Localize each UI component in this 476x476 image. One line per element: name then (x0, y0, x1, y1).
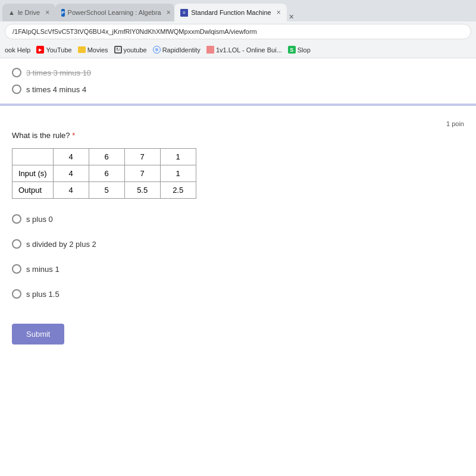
address-bar-area: /1FAIpQLScVfSvC5T3tVQ6BU4x_jKmfRlY0NdKhX… (0, 21, 476, 42)
top-options-area: 3 times 3 minus 10 s times 4 minus 4 (0, 58, 476, 104)
tab-standard-label: Standard Function Machine (191, 9, 271, 16)
opt2-label: s divided by 2 plus 2 (26, 240, 96, 249)
bookmark-youtube2[interactable]: ↻ youtube (114, 46, 147, 54)
1v1lol-label: 1v1.LOL - Online Bui... (216, 46, 282, 54)
form-area: 3 times 3 minus 10 s times 4 minus 4 1 p… (0, 58, 476, 476)
address-text: /1FAIpQLScVfSvC5T3tVQ6BU4x_jKmfRlY0NdKhX… (12, 28, 257, 35)
question-label: What is the rule? (12, 131, 70, 140)
table-header-7: 7 (124, 149, 160, 165)
table-header-6: 6 (89, 149, 124, 165)
tab-drive[interactable]: ▲ le Drive × (2, 4, 55, 21)
table-input-7: 7 (124, 165, 160, 182)
answer-choices: s plus 0 s divided by 2 plus 2 s minus 1… (12, 211, 464, 302)
youtube-icon: ▶ (36, 46, 44, 54)
table-cell-empty (12, 149, 54, 165)
rapididentity-label: RapidIdentity (162, 46, 201, 54)
table-output-4: 4 (53, 182, 89, 199)
option-row-top: s times 4 minus 4 (12, 81, 464, 98)
radio-opt1[interactable] (12, 214, 21, 224)
standard-icon: ≡ (180, 9, 188, 17)
required-star: * (72, 131, 75, 140)
youtube-label: YouTube (46, 46, 71, 54)
radio-top[interactable] (12, 84, 21, 94)
browser-window: ▲ le Drive × P PowerSchool Learning : Al… (0, 0, 476, 476)
table-output-25: 2.5 (160, 182, 196, 199)
tab-powerschool-close[interactable]: × (167, 8, 171, 17)
opt4-label: s plus 1.5 (26, 290, 60, 299)
table-output-55: 5.5 (124, 182, 160, 199)
tab-drive-label: le Drive (18, 9, 40, 16)
table-input-6: 6 (89, 165, 124, 182)
refresh-icon: ↻ (114, 46, 122, 54)
radio-opt3[interactable] (12, 264, 21, 274)
tab-bar: ▲ le Drive × P PowerSchool Learning : Al… (0, 0, 476, 21)
tab-standard-close[interactable]: × (277, 8, 281, 17)
tab-powerschool-label: PowerSchool Learning : Algebra (68, 9, 161, 16)
table-input-1: 1 (160, 165, 196, 182)
img-icon (206, 46, 214, 54)
tab-powerschool[interactable]: P PowerSchool Learning : Algebra × (55, 4, 174, 21)
book-help-label: ook Help (5, 46, 30, 54)
powerschool-icon: P (61, 9, 64, 17)
opt3-label: s minus 1 (26, 265, 60, 274)
divider (0, 104, 476, 106)
radio-opt2[interactable] (12, 239, 21, 249)
radio-opt4[interactable] (12, 289, 21, 299)
submit-button[interactable]: Submit (12, 324, 64, 345)
table-header-4: 4 (53, 149, 89, 165)
radio-strikethrough[interactable] (12, 68, 21, 77)
top-option-text: s times 4 minus 4 (26, 85, 86, 94)
bookmark-youtube[interactable]: ▶ YouTube (36, 46, 71, 54)
address-bar[interactable]: /1FAIpQLScVfSvC5T3tVQ6BU4x_jKmfRlY0NdKhX… (5, 24, 471, 39)
tab-standard[interactable]: ≡ Standard Function Machine × (174, 4, 287, 21)
youtube2-label: youtube (124, 46, 147, 54)
question-text: What is the rule? * (12, 131, 464, 140)
s-icon: S (288, 46, 296, 54)
table-input-row: Input (s) 4 6 7 1 (12, 165, 196, 182)
table-header-row: 4 6 7 1 (12, 149, 196, 165)
points-text: 1 poin (446, 120, 464, 127)
option-s-plus-0[interactable]: s plus 0 (12, 211, 464, 227)
submit-label: Submit (26, 330, 50, 339)
table-header-1: 1 (160, 149, 196, 165)
drive-icon: ▲ (8, 9, 15, 16)
function-table: 4 6 7 1 Input (s) 4 6 7 1 Output 4 (12, 148, 196, 199)
option-s-minus-1[interactable]: s minus 1 (12, 261, 464, 277)
bookmark-slope[interactable]: S Slop (288, 46, 311, 54)
table-output-5: 5 (89, 182, 124, 199)
table-input-4: 4 (53, 165, 89, 182)
bookmark-movies[interactable]: Movies (78, 46, 108, 54)
globe-icon: ⊕ (153, 46, 161, 54)
close-window-button[interactable]: × (289, 12, 294, 21)
page-content: 3 times 3 minus 10 s times 4 minus 4 1 p… (0, 58, 476, 476)
strikethrough-text: 3 times 3 minus 10 (26, 68, 91, 77)
submit-area: Submit (0, 314, 476, 354)
bookmark-1v1lol[interactable]: 1v1.LOL - Online Bui... (206, 46, 282, 54)
option-row-strikethrough: 3 times 3 minus 10 (12, 64, 464, 81)
bookmark-rapididentity[interactable]: ⊕ RapidIdentity (153, 46, 201, 54)
table-input-label: Input (s) (12, 165, 54, 182)
tab-drive-close[interactable]: × (45, 8, 49, 17)
points-label: 1 poin (12, 120, 464, 127)
option-s-plus-15[interactable]: s plus 1.5 (12, 286, 464, 302)
folder-icon (78, 46, 86, 53)
bookmarks-bar: ook Help ▶ YouTube Movies ↻ youtube ⊕ Ra… (0, 42, 476, 58)
table-output-label: Output (12, 182, 54, 199)
movies-label: Movies (87, 46, 108, 54)
option-s-div-2-plus-2[interactable]: s divided by 2 plus 2 (12, 236, 464, 252)
question-section: 1 poin What is the rule? * 4 6 7 1 (0, 111, 476, 314)
slope-label: Slop (298, 46, 311, 54)
table-output-row: Output 4 5 5.5 2.5 (12, 182, 196, 199)
opt1-label: s plus 0 (26, 215, 53, 224)
bookmark-book-help[interactable]: ook Help (5, 46, 30, 54)
